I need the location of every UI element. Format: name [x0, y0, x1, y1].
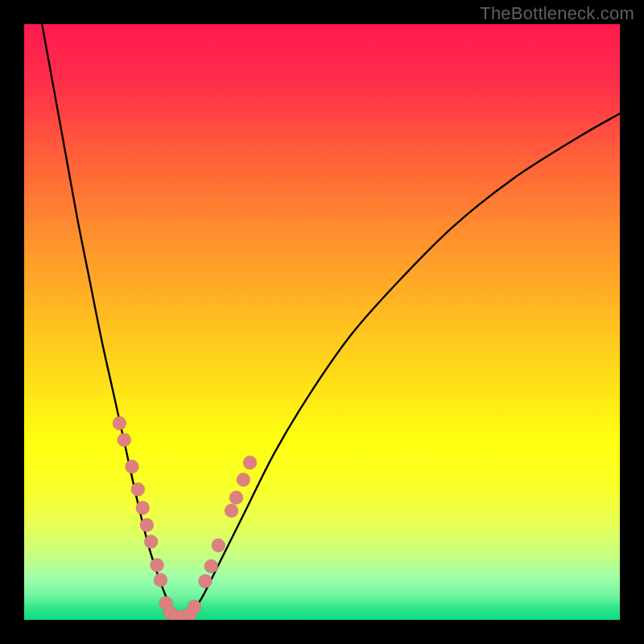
data-marker: [198, 574, 212, 588]
data-marker: [229, 491, 243, 505]
data-marker: [125, 460, 138, 473]
chart-overlay: [24, 24, 620, 620]
right-curve: [191, 114, 620, 614]
data-marker: [237, 473, 250, 487]
data-marker: [136, 501, 150, 514]
data-marker: [144, 535, 158, 549]
data-marker: [151, 558, 164, 572]
data-marker: [212, 539, 225, 552]
data-marker: [113, 416, 126, 430]
data-marker: [225, 504, 238, 518]
data-marker: [243, 456, 257, 469]
data-marker: [131, 482, 145, 496]
watermark-text: TheBottleneck.com: [480, 3, 634, 24]
data-marker: [154, 573, 167, 587]
data-marker: [118, 433, 131, 447]
data-marker: [140, 518, 154, 532]
data-marker: [188, 600, 201, 613]
data-marker: [204, 559, 218, 573]
data-markers: [113, 416, 257, 620]
plot-area: [24, 24, 620, 620]
chart-frame: TheBottleneck.com: [0, 0, 644, 644]
